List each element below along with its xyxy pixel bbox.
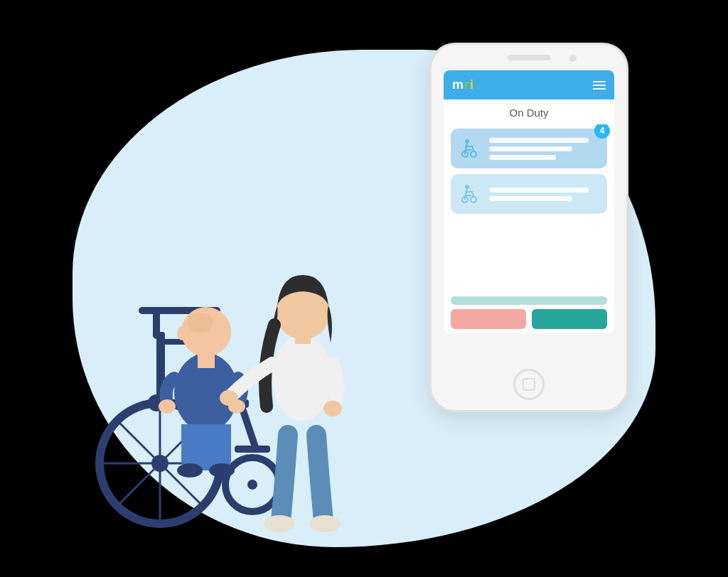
screen-body: 4 [444, 124, 614, 292]
logo-r: r [464, 77, 469, 92]
card-line-1b [489, 146, 572, 151]
card-line-2a [489, 188, 589, 193]
hamburger-line-2 [593, 85, 606, 86]
card-lines-1 [489, 138, 600, 160]
bottom-bars [444, 292, 614, 333]
svg-point-30 [177, 463, 203, 478]
svg-point-25 [188, 313, 213, 333]
svg-point-32 [264, 515, 295, 532]
duty-card-1[interactable]: 4 [451, 129, 607, 168]
svg-point-34 [272, 335, 332, 421]
duty-card-2[interactable] [451, 174, 607, 214]
illustration [43, 122, 384, 549]
svg-point-2 [471, 151, 476, 157]
hamburger-line-1 [593, 81, 606, 82]
card-line-2b [489, 196, 572, 201]
wheelchair-icon-1 [458, 136, 483, 161]
card-line-1c [489, 155, 556, 160]
svg-line-17 [242, 406, 256, 449]
svg-rect-27 [198, 354, 215, 368]
card-line-1a [489, 138, 589, 143]
home-button[interactable] [513, 369, 545, 400]
phone-speaker [508, 55, 550, 60]
screen-header: m r i [444, 70, 614, 99]
progress-bar [451, 296, 607, 305]
scene: m r i On Duty [0, 0, 728, 577]
hamburger-menu-icon[interactable] [593, 81, 606, 90]
phone-camera [569, 55, 577, 62]
mri-logo: m r i [452, 77, 473, 92]
action-buttons-row [451, 309, 607, 329]
logo-i: i [470, 77, 473, 92]
card-lines-2 [489, 188, 600, 201]
action-button-left[interactable] [451, 309, 526, 329]
phone-screen: m r i On Duty [444, 70, 614, 333]
notification-badge: 4 [594, 124, 610, 139]
svg-point-28 [159, 399, 176, 414]
svg-point-37 [220, 390, 238, 406]
svg-point-38 [323, 401, 342, 416]
screen-title: On Duty [444, 99, 614, 124]
svg-point-33 [309, 515, 341, 532]
svg-rect-18 [235, 446, 270, 453]
svg-point-13 [247, 480, 257, 490]
wheelchair-icon-2 [458, 181, 483, 207]
svg-point-31 [209, 463, 235, 478]
phone-mockup: m r i On Duty [429, 43, 628, 412]
action-button-right[interactable] [532, 309, 607, 329]
svg-point-5 [471, 197, 476, 203]
svg-point-26 [177, 326, 187, 340]
logo-m: m [452, 77, 463, 92]
hamburger-line-3 [593, 88, 606, 90]
home-button-inner [523, 378, 535, 391]
